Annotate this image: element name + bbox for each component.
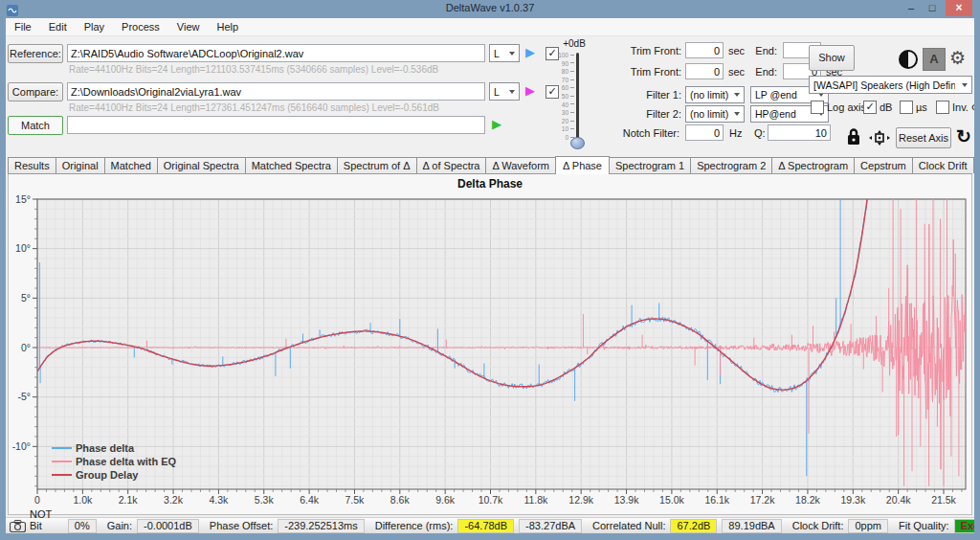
- tab-spectrogram-1[interactable]: Spectrogram 1: [609, 157, 691, 173]
- pan-icon[interactable]: [869, 130, 890, 149]
- clock-drift-label: Clock Drift:: [792, 520, 844, 531]
- match-input[interactable]: [67, 116, 485, 134]
- play-reference-icon[interactable]: ▶: [525, 46, 535, 59]
- menu-process[interactable]: Process: [113, 19, 168, 35]
- db-label: dB: [880, 101, 892, 113]
- notch-filter-label: Notch Filter:: [574, 127, 679, 139]
- x-axis-tick-label: 18.2k: [795, 494, 820, 506]
- reference-details: Rate=44100Hz Bits=24 Length=121103.53741…: [69, 64, 438, 75]
- menu-view[interactable]: View: [168, 19, 209, 35]
- x-axis-tick-label: 15.0k: [659, 494, 684, 506]
- compare-button[interactable]: Compare:: [8, 82, 63, 101]
- delta-phase-chart[interactable]: 01.0k2.1k3.2k4.3k5.3k6.4k7.5k8.6k9.6k10.…: [9, 193, 971, 513]
- tab-matched-spectra[interactable]: Matched Spectra: [245, 157, 338, 173]
- chart-title: Delta Phase: [9, 177, 971, 191]
- trim-front-2-input[interactable]: [685, 63, 724, 79]
- title-bar[interactable]: DeltaWave v1.0.37 – □ ×: [0, 0, 980, 18]
- maximize-button[interactable]: □: [923, 0, 942, 16]
- autoscale-button[interactable]: A: [923, 48, 946, 71]
- filter-2-limit-select[interactable]: (no limit): [685, 105, 745, 123]
- chart-panel: Delta Phase 01.0k2.1k3.2k4.3k5.3k6.4k7.5…: [8, 174, 972, 515]
- audio-device-select[interactable]: [WASAPI] Speakers (High Definition Audio: [809, 76, 972, 94]
- reset-axis-button[interactable]: Reset Axis: [896, 127, 951, 148]
- volume-tick: 90: [549, 60, 574, 68]
- menu-bar: File Edit Play Process View Help: [6, 18, 974, 36]
- notch-hz-label: Hz: [729, 127, 742, 139]
- menu-play[interactable]: Play: [76, 19, 113, 35]
- tab-clock-drift[interactable]: Clock Drift: [912, 157, 974, 173]
- tab-spectrogram-2[interactable]: Spectrogram 2: [690, 157, 772, 173]
- legend-label: Phase delta: [76, 442, 135, 454]
- chevron-down-icon: [730, 112, 744, 116]
- difference-db-value: -64.78dB: [457, 519, 514, 533]
- chevron-down-icon: [730, 93, 744, 97]
- chevron-down-icon: [505, 90, 519, 94]
- y-axis-tick-label: 0°: [21, 342, 31, 353]
- correlated-null-label: Correlated Null:: [592, 520, 665, 531]
- reference-button[interactable]: Reference:: [8, 44, 63, 63]
- trim-front-1-input[interactable]: [685, 42, 724, 58]
- volume-tick: 10: [549, 125, 574, 133]
- db-checkbox[interactable]: ✓: [863, 101, 877, 114]
- inv-phi-checkbox[interactable]: [936, 101, 949, 114]
- play-match-icon[interactable]: ▶: [492, 118, 501, 131]
- compare-path-input[interactable]: [67, 82, 485, 101]
- tab-results[interactable]: Results: [8, 157, 56, 173]
- tab-original[interactable]: Original: [56, 157, 105, 173]
- us-checkbox[interactable]: [900, 101, 913, 114]
- x-axis-tick-label: 2.1k: [119, 494, 139, 506]
- q-label: Q:: [754, 127, 766, 139]
- compare-channel-select[interactable]: L: [489, 82, 520, 101]
- match-button[interactable]: Match: [8, 116, 63, 135]
- q-input[interactable]: [768, 124, 831, 141]
- reference-channel-value: L: [494, 48, 500, 59]
- x-axis-tick-label: 21.5k: [931, 494, 956, 506]
- tab-matched[interactable]: Matched: [104, 157, 158, 173]
- difference-dba-value: -83.27dBA: [519, 519, 582, 533]
- refresh-icon[interactable]: ↻: [956, 125, 971, 147]
- chevron-down-icon: [505, 52, 519, 56]
- volume-tick: 60: [549, 84, 574, 92]
- y-axis-tick-label: -5°: [17, 391, 31, 402]
- audio-device-value: [WASAPI] Speakers (High Definition Audio: [813, 79, 955, 91]
- play-compare-icon[interactable]: ▶: [525, 84, 535, 98]
- filter-1-limit-select[interactable]: (no limit): [685, 86, 745, 103]
- x-axis-tick-label: 13.9k: [614, 494, 639, 506]
- volume-tick: 50: [549, 93, 574, 101]
- difference-label: Difference (rms):: [375, 520, 454, 531]
- menu-help[interactable]: Help: [209, 19, 248, 35]
- contrast-icon[interactable]: [898, 49, 919, 74]
- close-button[interactable]: ×: [946, 0, 972, 16]
- notch-filter-input[interactable]: [685, 124, 724, 141]
- x-axis-tick-label: 10.7k: [479, 494, 503, 506]
- trim-end-2-label: End:: [739, 66, 777, 78]
- legend-label: Group Delay: [76, 469, 139, 481]
- menu-edit[interactable]: Edit: [40, 19, 76, 35]
- gear-icon[interactable]: ⚙: [949, 47, 966, 69]
- reference-path-input[interactable]: [67, 44, 485, 62]
- trim-front-1-label: Trim Front:: [586, 45, 681, 56]
- camera-icon[interactable]: [10, 520, 26, 532]
- status-bar: NOT Bit Perfect 0% Gain: -0.0001dB Phase…: [6, 517, 974, 533]
- tab-delta-waveform[interactable]: Δ Waveform: [485, 157, 556, 173]
- chevron-down-icon: [958, 83, 971, 87]
- us-label: µs: [916, 101, 927, 113]
- filter-1-type-value: LP @end: [755, 89, 797, 101]
- tab-delta-phase[interactable]: Δ Phase: [555, 156, 610, 174]
- tab-spectrum-of-delta[interactable]: Spectrum of Δ: [337, 157, 417, 173]
- volume-tick: 80: [549, 68, 574, 76]
- x-axis-tick-label: 16.1k: [704, 494, 729, 506]
- x-axis-tick-label: 4.3k: [209, 494, 229, 506]
- lock-icon[interactable]: [846, 127, 861, 150]
- tab-cepstrum[interactable]: Cepstrum: [854, 157, 913, 173]
- menu-file[interactable]: File: [6, 19, 40, 35]
- show-button[interactable]: Show: [809, 45, 855, 71]
- tab-original-spectra[interactable]: Original Spectra: [157, 157, 246, 173]
- legend-label: Phase delta with EQ: [76, 456, 177, 467]
- y-axis-tick-label: -10°: [12, 440, 31, 452]
- reference-channel-select[interactable]: L: [489, 44, 520, 62]
- minimize-button[interactable]: –: [902, 0, 921, 16]
- tab-delta-spectrogram[interactable]: Δ Spectrogram: [771, 157, 855, 173]
- tab-delta-of-spectra[interactable]: Δ of Spectra: [416, 157, 487, 173]
- log-axis-checkbox[interactable]: [811, 101, 824, 114]
